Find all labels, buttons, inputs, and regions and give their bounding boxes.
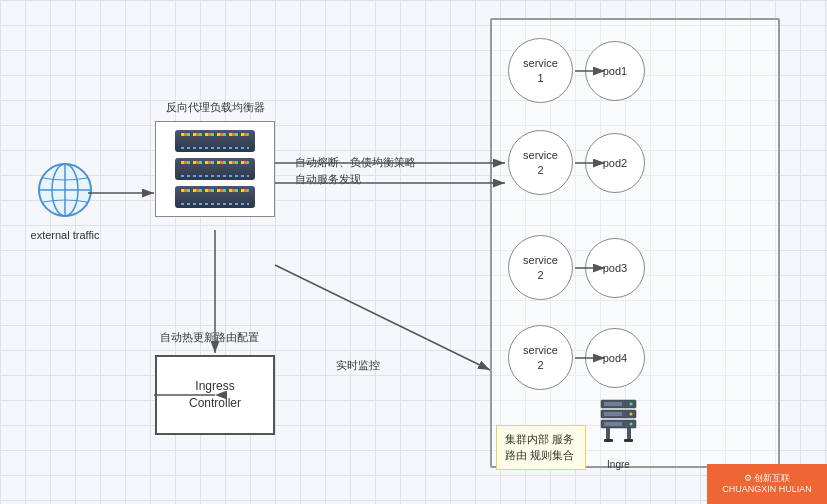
service-3: service2 bbox=[508, 235, 573, 300]
cluster-note: 集群内部 服务路由 规则集合 bbox=[496, 425, 586, 470]
pod-2: pod2 bbox=[585, 133, 645, 193]
server-area: Ingre bbox=[596, 398, 641, 470]
router-device-3 bbox=[175, 186, 255, 208]
service-1: service1 bbox=[508, 38, 573, 103]
router-device-2 bbox=[175, 158, 255, 180]
watermark-text: ⚙ 创新互联CHUANGXIN HULIAN bbox=[722, 473, 812, 495]
globe-icon bbox=[35, 160, 95, 220]
ingress-controller-box: IngressController bbox=[155, 355, 275, 435]
service-pod-row-1: service1 pod1 bbox=[508, 38, 645, 103]
svg-rect-14 bbox=[627, 428, 631, 440]
ingress-controller-label: IngressController bbox=[189, 378, 241, 412]
svg-point-8 bbox=[630, 413, 633, 416]
router-box bbox=[155, 121, 275, 217]
svg-rect-15 bbox=[604, 439, 613, 442]
watermark: ⚙ 创新互联CHUANGXIN HULIAN bbox=[707, 464, 827, 504]
svg-rect-10 bbox=[604, 402, 622, 406]
svg-point-7 bbox=[630, 403, 633, 406]
cluster-bottom: 集群内部 服务路由 规则集合 Ingre bbox=[496, 398, 641, 470]
svg-line-22 bbox=[275, 265, 490, 370]
pod-1: pod1 bbox=[585, 41, 645, 101]
service-pod-row-4: service2 pod4 bbox=[508, 325, 645, 390]
svg-rect-13 bbox=[606, 428, 610, 440]
service-pod-row-2: service2 pod2 bbox=[508, 130, 645, 195]
router-device-1 bbox=[175, 130, 255, 152]
pod-3: pod3 bbox=[585, 238, 645, 298]
svg-rect-16 bbox=[624, 439, 633, 442]
router-group: 反向代理负载均衡器 bbox=[155, 100, 275, 217]
service-discovery-label: 自动服务发现 bbox=[295, 172, 361, 187]
ingre-label: Ingre bbox=[596, 459, 641, 470]
svg-point-9 bbox=[630, 423, 633, 426]
pod-4: pod4 bbox=[585, 328, 645, 388]
service-pod-row-3: service2 pod3 bbox=[508, 235, 645, 300]
router-group-label: 反向代理负载均衡器 bbox=[155, 100, 275, 115]
external-traffic-area: external traffic bbox=[20, 160, 110, 242]
service-2: service2 bbox=[508, 130, 573, 195]
external-traffic-label: external traffic bbox=[20, 228, 110, 242]
realtime-monitor-label: 实时监控 bbox=[336, 358, 380, 373]
svg-rect-11 bbox=[604, 412, 622, 416]
service-4: service2 bbox=[508, 325, 573, 390]
server-icon bbox=[596, 398, 641, 453]
svg-rect-12 bbox=[604, 422, 622, 426]
routing-config-label: 自动热更新路由配置 bbox=[160, 330, 259, 345]
circuit-breaker-label: 自动熔断、负债均衡策略 bbox=[295, 155, 416, 170]
